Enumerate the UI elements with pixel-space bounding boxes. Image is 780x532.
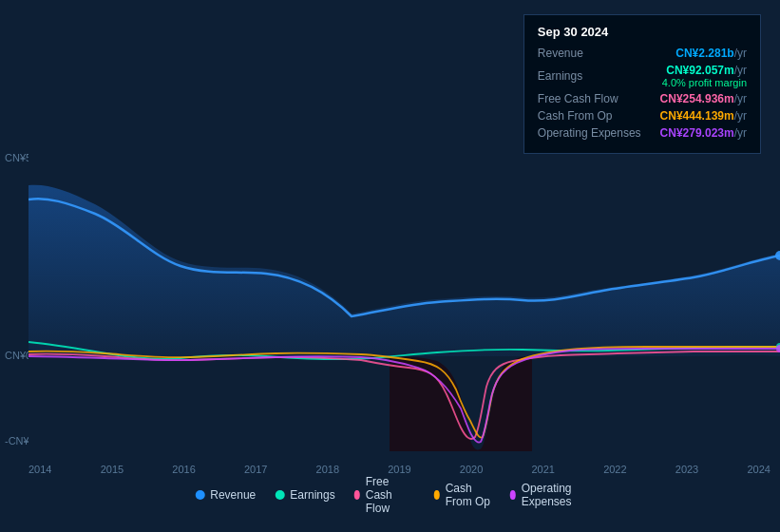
x-label-2022: 2022 <box>603 464 626 475</box>
x-label-2017: 2017 <box>244 464 267 475</box>
legend-label-cashfromop: Cash From Op <box>446 482 491 508</box>
tooltip-revenue-value: CN¥2.281b/yr <box>675 47 747 60</box>
y-label-mid: CN¥0 <box>5 350 31 361</box>
legend-item-cashfromop[interactable]: Cash From Op <box>434 482 491 508</box>
legend-dot-fcf <box>354 490 360 500</box>
legend-item-earnings[interactable]: Earnings <box>275 488 334 502</box>
tooltip-row-fcf: Free Cash Flow CN¥254.936m/yr <box>538 92 747 105</box>
chart-container: CN¥5b CN¥0 -CN¥2b <box>0 0 780 532</box>
tooltip-row-opex: Operating Expenses CN¥279.023m/yr <box>538 126 747 140</box>
tooltip-cashfromop-label: Cash From Op <box>538 109 613 123</box>
legend-item-fcf[interactable]: Free Cash Flow <box>354 475 415 515</box>
legend-dot-earnings <box>275 490 284 500</box>
x-axis: 2014 2015 2016 2017 2018 2019 2020 2021 … <box>29 464 770 475</box>
tooltip-profit-margin: 4.0% profit margin <box>662 77 747 88</box>
x-label-2018: 2018 <box>316 464 339 475</box>
x-label-2023: 2023 <box>675 464 698 475</box>
x-label-2024: 2024 <box>747 464 770 475</box>
tooltip-opex-label: Operating Expenses <box>538 126 641 140</box>
legend-item-revenue[interactable]: Revenue <box>195 488 256 502</box>
x-label-2021: 2021 <box>531 464 554 475</box>
tooltip-earnings-value: CN¥92.057m/yr <box>666 64 747 77</box>
legend-label-revenue: Revenue <box>210 488 256 502</box>
x-label-2020: 2020 <box>460 464 483 475</box>
legend-item-opex[interactable]: Operating Expenses <box>510 482 585 508</box>
chart-svg <box>29 147 780 451</box>
legend-label-earnings: Earnings <box>290 488 334 502</box>
tooltip-row-earnings: Earnings CN¥92.057m/yr 4.0% profit margi… <box>538 64 747 88</box>
tooltip-opex-value: CN¥279.023m/yr <box>660 126 747 140</box>
x-label-2016: 2016 <box>172 464 195 475</box>
legend-dot-opex <box>510 490 516 500</box>
x-label-2015: 2015 <box>101 464 124 475</box>
tooltip-fcf-label: Free Cash Flow <box>538 92 618 105</box>
tooltip-cashfromop-value: CN¥444.139m/yr <box>660 109 747 123</box>
tooltip-revenue-label: Revenue <box>538 47 583 60</box>
x-label-2019: 2019 <box>388 464 410 475</box>
legend-dot-revenue <box>195 490 204 500</box>
tooltip-fcf-value: CN¥254.936m/yr <box>660 92 747 105</box>
tooltip-box: Sep 30 2024 Revenue CN¥2.281b/yr Earning… <box>523 14 761 154</box>
tooltip-row-revenue: Revenue CN¥2.281b/yr <box>538 47 747 60</box>
legend-label-opex: Operating Expenses <box>522 482 585 508</box>
legend: Revenue Earnings Free Cash Flow Cash Fro… <box>195 475 585 515</box>
tooltip-row-cashfromop: Cash From Op CN¥444.139m/yr <box>538 109 747 123</box>
x-label-2014: 2014 <box>29 464 51 475</box>
tooltip-earnings-label: Earnings <box>538 69 582 83</box>
legend-label-fcf: Free Cash Flow <box>366 475 415 515</box>
tooltip-date: Sep 30 2024 <box>538 25 747 39</box>
legend-dot-cashfromop <box>434 490 440 500</box>
